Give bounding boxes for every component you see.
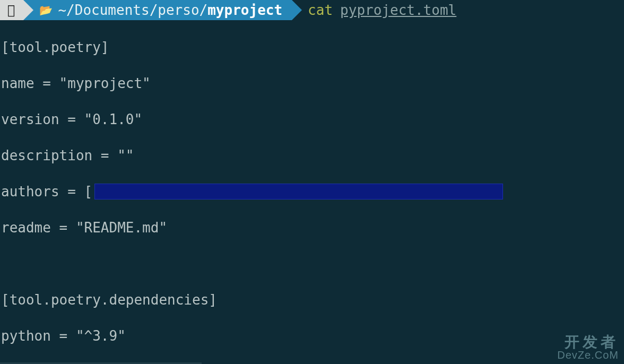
output-line: [tool.poetry] xyxy=(1,38,624,56)
output-line: [tool.poetry.dependencies] xyxy=(1,291,624,309)
apple-segment:  xyxy=(0,0,23,20)
path-prefix: ~/Documents/perso/ xyxy=(58,1,207,19)
prompt-bar[interactable]:  📂 ~/Documents/perso/myproject cat pypr… xyxy=(0,0,624,20)
watermark-line2: DevZe.CoM xyxy=(557,350,619,361)
output-line: python = "^3.9" xyxy=(1,327,624,345)
redacted-block xyxy=(94,184,503,200)
apple-icon:  xyxy=(7,4,15,16)
authors-prefix: authors = [ xyxy=(1,184,92,200)
output-line: version = "0.1.0" xyxy=(1,110,624,128)
path-project: myproject xyxy=(207,1,282,19)
path-segment: 📂 ~/Documents/perso/myproject xyxy=(23,0,292,20)
output-line: name = "myproject" xyxy=(1,74,624,92)
output-line: readme = "README.md" xyxy=(1,219,624,237)
output-line: description = "" xyxy=(1,146,624,164)
command-argument: pyproject.toml xyxy=(340,1,456,19)
command-name: cat xyxy=(308,1,333,19)
command-segment[interactable]: cat pyproject.toml xyxy=(292,0,456,20)
terminal-output[interactable]: [tool.poetry] name = "myproject" version… xyxy=(0,20,624,364)
watermark: 开发者 DevZe.CoM xyxy=(557,334,619,361)
folder-open-icon: 📂 xyxy=(39,1,53,19)
output-blank xyxy=(1,255,624,273)
output-line-authors: authors = [ xyxy=(1,183,624,201)
watermark-line1: 开发者 xyxy=(557,334,619,350)
